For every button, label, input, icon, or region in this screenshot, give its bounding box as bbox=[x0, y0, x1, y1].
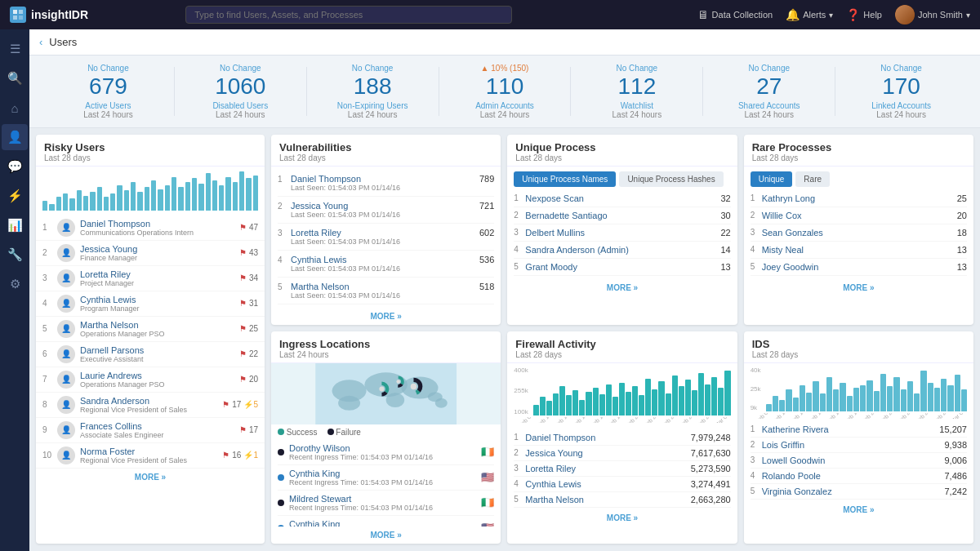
breadcrumb-back-button[interactable]: ‹ bbox=[39, 36, 42, 48]
stat-item-5[interactable]: No Change 27 Shared AccountsLast 24 hour… bbox=[703, 64, 835, 119]
process-row[interactable]: 4 Sandra Anderson (Admin) 14 bbox=[514, 242, 730, 259]
fw-count: 2,663,280 bbox=[691, 495, 731, 504]
user-row[interactable]: 4 👤 Cynthia Lewis Program Manager ⚑ 31 bbox=[36, 291, 265, 317]
vulnerabilities-more-link[interactable]: MORE » bbox=[271, 308, 501, 325]
rare-tab-0[interactable]: Unique bbox=[751, 171, 793, 187]
ids-row[interactable]: 2 Lois Griffin 9,938 bbox=[751, 438, 967, 453]
sidebar-item-chart[interactable]: 📊 bbox=[2, 212, 28, 238]
user-rank: 2 bbox=[42, 248, 52, 257]
process-tab-0[interactable]: Unique Process Names bbox=[514, 171, 616, 187]
flag-icon: ⚑ bbox=[239, 273, 247, 282]
user-menu[interactable]: John Smith ▾ bbox=[895, 5, 970, 24]
ingress-info: Cynthia King Recent Ingress Time: 01:54:… bbox=[289, 469, 476, 487]
vuln-row[interactable]: 2 Jessica Young Last Seen: 01:54:03 PM 0… bbox=[278, 197, 494, 224]
user-score: ⚑ 22 bbox=[239, 349, 258, 358]
user-row[interactable]: 7 👤 Laurie Andrews Operations Manager PS… bbox=[36, 367, 265, 393]
sidebar-item-tools[interactable]: 🔧 bbox=[2, 242, 28, 268]
ids-row[interactable]: 3 Lowell Goodwin 9,006 bbox=[751, 453, 967, 469]
global-search[interactable] bbox=[185, 6, 512, 24]
fw-row[interactable]: 3 Loretta Riley 5,273,590 bbox=[514, 461, 730, 477]
user-name: Loretta Riley bbox=[80, 269, 234, 279]
rare-row[interactable]: 4 Misty Neal 13 bbox=[751, 242, 967, 259]
user-row[interactable]: 3 👤 Loretta Riley Project Manager ⚑ 34 bbox=[36, 266, 265, 291]
svg-point-8 bbox=[386, 393, 405, 407]
sidebar-item-settings[interactable]: ⚙ bbox=[2, 271, 28, 297]
data-collection-button[interactable]: 🖥 Data Collection bbox=[697, 8, 773, 21]
logo-text: insightIDR bbox=[31, 8, 88, 21]
fw-row[interactable]: 2 Jessica Young 7,617,630 bbox=[514, 446, 730, 461]
ingress-status-dot bbox=[278, 500, 284, 506]
help-button[interactable]: ❓ Help bbox=[846, 8, 882, 21]
firewall-more-link[interactable]: MORE » bbox=[507, 509, 737, 527]
stat-item-0[interactable]: No Change 679 Active UsersLast 24 hours bbox=[42, 64, 174, 119]
firewall-activity-card: Firewall Activity Last 28 days 400k255k1… bbox=[507, 331, 737, 544]
vuln-row[interactable]: 4 Cynthia Lewis Last Seen: 01:54:03 PM 0… bbox=[278, 251, 494, 278]
fw-row[interactable]: 1 Daniel Thompson 7,979,248 bbox=[514, 430, 730, 446]
process-row[interactable]: 3 Delbert Mullins 22 bbox=[514, 224, 730, 242]
stat-item-3[interactable]: ▲ 10% (150) 110 Admin AccountsLast 24 ho… bbox=[439, 64, 571, 119]
ingress-row[interactable]: Cynthia King Recent Ingress Time: 01:54:… bbox=[278, 465, 494, 491]
process-count: 14 bbox=[720, 245, 730, 255]
user-row[interactable]: 5 👤 Martha Nelson Operations Manager PSO… bbox=[36, 317, 265, 342]
stat-item-1[interactable]: No Change 1060 Disabled UsersLast 24 hou… bbox=[175, 64, 306, 119]
sidebar-item-users[interactable]: 👤 bbox=[2, 124, 28, 150]
ids-more-link[interactable]: MORE » bbox=[744, 501, 973, 518]
vuln-row[interactable]: 1 Daniel Thompson Last Seen: 01:54:03 PM… bbox=[278, 170, 494, 197]
user-row[interactable]: 6 👤 Darnell Parsons Executive Assistant … bbox=[36, 342, 265, 367]
process-row[interactable]: 1 Nexpose Scan 32 bbox=[514, 190, 730, 207]
ingress-row[interactable]: Mildred Stewart Recent Ingress Time: 01:… bbox=[278, 491, 494, 516]
fw-row[interactable]: 4 Cynthia Lewis 3,274,491 bbox=[514, 477, 730, 492]
vuln-row[interactable]: 5 Martha Nelson Last Seen: 01:54:03 PM 0… bbox=[278, 278, 494, 304]
fw-row[interactable]: 5 Martha Nelson 2,663,280 bbox=[514, 492, 730, 508]
chart-bar bbox=[893, 377, 899, 411]
chart-bar bbox=[705, 384, 710, 415]
y-label: 400k bbox=[514, 367, 528, 374]
stat-label: Linked AccountsLast 24 hours bbox=[835, 101, 967, 119]
ingress-more-link[interactable]: MORE » bbox=[271, 527, 501, 544]
user-row[interactable]: 9 👤 Frances Collins Associate Sales Engi… bbox=[36, 418, 265, 443]
rare-row[interactable]: 1 Kathryn Long 25 bbox=[751, 190, 967, 207]
ids-row[interactable]: 4 Rolando Poole 7,486 bbox=[751, 469, 967, 484]
user-role: Finance Manager bbox=[80, 254, 234, 262]
vuln-row[interactable]: 3 Loretta Riley Last Seen: 01:54:03 PM 0… bbox=[278, 224, 494, 251]
ids-user-name: Lowell Goodwin bbox=[762, 455, 945, 465]
user-score: ⚑ 17 ⚡5 bbox=[222, 400, 258, 409]
ids-row[interactable]: 5 Virginia Gonzalez 7,242 bbox=[751, 484, 967, 500]
ids-row[interactable]: 1 Katherine Rivera 15,207 bbox=[751, 422, 967, 438]
rare-row[interactable]: 3 Sean Gonzales 18 bbox=[751, 224, 967, 242]
fw-count: 5,273,590 bbox=[691, 464, 731, 473]
vuln-date: Last Seen: 01:54:03 PM 01/14/16 bbox=[291, 211, 474, 219]
user-row[interactable]: 1 👤 Daniel Thompson Communications Opera… bbox=[36, 216, 265, 241]
rare-row[interactable]: 2 Willie Cox 20 bbox=[751, 207, 967, 224]
app-logo[interactable]: insightIDR bbox=[10, 7, 88, 23]
process-row[interactable]: 2 Bernadette Santiago 30 bbox=[514, 207, 730, 224]
user-role: Regional Vice President of Sales bbox=[80, 456, 217, 464]
help-icon: ❓ bbox=[846, 8, 860, 21]
ingress-row[interactable]: Cynthia King Recent Ingress Time: 01:54:… bbox=[278, 516, 494, 527]
alerts-button[interactable]: 🔔 Alerts ▾ bbox=[786, 8, 833, 21]
ids-bar-chart bbox=[766, 367, 967, 411]
stat-item-4[interactable]: No Change 112 WatchlistLast 24 hours bbox=[571, 64, 702, 119]
dashboard-grid: Risky Users Last 28 days 1 👤 Daniel Thom… bbox=[29, 128, 980, 550]
process-row[interactable]: 5 Grant Moody 13 bbox=[514, 259, 730, 276]
rare-row[interactable]: 5 Joey Goodwin 13 bbox=[751, 259, 967, 276]
user-row[interactable]: 2 👤 Jessica Young Finance Manager ⚑ 43 bbox=[36, 241, 265, 266]
sidebar-item-home[interactable]: ⌂ bbox=[2, 95, 28, 121]
stat-item-6[interactable]: No Change 170 Linked AccountsLast 24 hou… bbox=[835, 64, 967, 119]
sidebar-item-search[interactable]: 🔍 bbox=[2, 65, 28, 91]
process-tab-1[interactable]: Unique Process Hashes bbox=[619, 171, 723, 187]
card-subtitle: Last 24 hours bbox=[279, 350, 492, 359]
stat-item-2[interactable]: No Change 188 Non-Expiring UsersLast 24 … bbox=[307, 64, 439, 119]
rare-processes-more-link[interactable]: MORE » bbox=[744, 279, 973, 296]
sidebar-item-menu[interactable]: ☰ bbox=[2, 36, 28, 62]
ingress-row[interactable]: Dorothy Wilson Recent Ingress Time: 01:5… bbox=[278, 440, 494, 465]
user-row[interactable]: 8 👤 Sandra Anderson Regional Vice Presid… bbox=[36, 393, 265, 418]
vuln-info: Martha Nelson Last Seen: 01:54:03 PM 01/… bbox=[291, 282, 474, 300]
unique-process-more-link[interactable]: MORE » bbox=[507, 279, 737, 296]
risky-users-more-link[interactable]: MORE » bbox=[36, 469, 265, 486]
sidebar-item-network[interactable]: ⚡ bbox=[2, 183, 28, 209]
sidebar-item-messages[interactable]: 💬 bbox=[2, 153, 28, 180]
rare-tab-1[interactable]: Rare bbox=[795, 171, 830, 187]
user-row[interactable]: 10 👤 Norma Foster Regional Vice Presiden… bbox=[36, 443, 265, 469]
chart-bar bbox=[253, 176, 258, 211]
